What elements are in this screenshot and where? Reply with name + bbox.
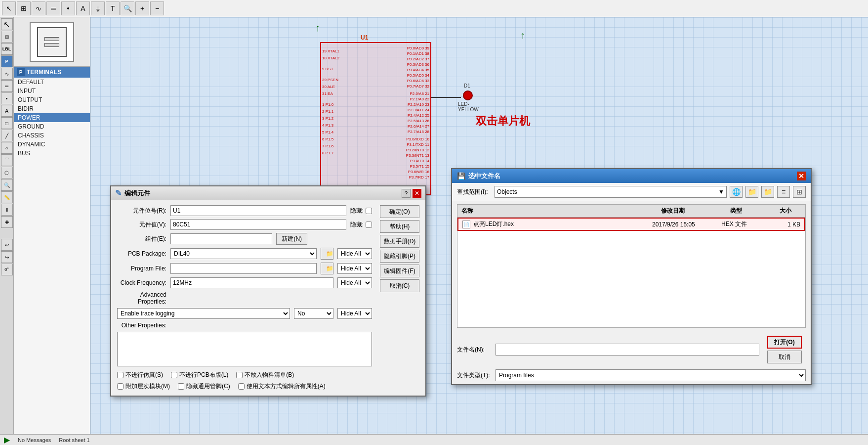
icon-bar-undo[interactable]: ↩ <box>1 239 13 251</box>
sidebar-item-dynamic[interactable]: DYNAMIC <box>14 140 90 149</box>
terminals-header: P TERMINALS <box>14 67 90 78</box>
view-details-btn[interactable]: ⊞ <box>793 186 806 198</box>
icon-bar-redo[interactable]: ↪ <box>1 251 13 263</box>
icon-bar-measure[interactable]: 📏 <box>1 191 13 203</box>
use-text-checkbox[interactable]: 使用文本方式编辑所有属性(A) <box>238 382 326 391</box>
icon-bar-bus[interactable]: ═ <box>1 80 13 92</box>
file-picker-dialog: 💾 选中文件名 ✕ 查找范围(I): Objects ▼ 🌐 📁 📁 ≡ <box>451 168 812 385</box>
sidebar-item-output[interactable]: OUTPUT <box>14 95 90 104</box>
filename-input[interactable] <box>496 344 759 356</box>
program-hide-select[interactable]: Hide All <box>337 263 372 274</box>
file-cancel-btn[interactable]: 取消 <box>767 351 802 363</box>
sidebar-item-bus[interactable]: BUS <box>14 149 90 158</box>
sidebar-item-input[interactable]: INPUT <box>14 87 90 95</box>
ref-input[interactable] <box>170 205 346 216</box>
help-btn[interactable]: 帮助(H) <box>380 220 419 233</box>
datasheet-btn[interactable]: 数据手册(D) <box>380 235 419 248</box>
icon-bar-box[interactable]: □ <box>1 117 13 129</box>
advanced-hide-select[interactable]: Hide All <box>337 308 372 319</box>
add-hierarchy-checkbox[interactable]: 附加层次模块(M) <box>117 382 170 391</box>
filetype-label: 文件类型(T): <box>457 371 492 380</box>
toolbar-component[interactable]: ⊞ <box>17 1 31 15</box>
icon-bar-zoom[interactable]: 🔍 <box>1 179 13 191</box>
file-open-btn[interactable]: 打开(O) <box>767 336 802 349</box>
icon-bar-angle[interactable]: 0° <box>1 264 13 275</box>
icon-bar-marker[interactable]: ✚ <box>1 216 13 228</box>
ref-hide-check[interactable] <box>366 208 372 214</box>
view-list-btn[interactable]: ≡ <box>777 186 790 198</box>
edit-dialog-close-btn[interactable]: ✕ <box>413 189 421 198</box>
program-input[interactable] <box>170 263 317 274</box>
edit-firmware-btn[interactable]: 编辑固件(F) <box>380 265 419 277</box>
filetype-select[interactable]: Program files <box>496 369 806 381</box>
no-pcb-checkbox[interactable]: 不进行PCB布版(L) <box>171 371 228 379</box>
location-dropdown[interactable]: Objects ▼ <box>495 186 727 198</box>
toolbar-zoom-in[interactable]: + <box>135 1 149 15</box>
ic-component-u1[interactable]: U1 19 XTAL1 18 XTAL2 9 RST 29 PSEN 30 AL… <box>320 42 431 195</box>
pcb-hide-select[interactable]: Hide All <box>337 248 372 259</box>
main-toolbar: ↖ ⊞ ∿ ═ • A ⏚ T 🔍 + − <box>0 0 868 17</box>
icon-bar-circle[interactable]: ○ <box>1 142 13 154</box>
toolbar-label[interactable]: A <box>76 1 90 15</box>
pcb-browse-btn[interactable]: 📁 <box>321 248 333 260</box>
clock-hide-select[interactable]: Hide All <box>337 277 372 288</box>
file-icon-0: 📄 <box>462 221 470 228</box>
program-row: Program File: 📁 Hide All <box>117 263 372 274</box>
new-group-btn[interactable]: 新建(N) <box>276 233 307 245</box>
icon-bar-junction[interactable]: • <box>1 92 13 104</box>
no-sim-checkbox[interactable]: 不进行仿真(S) <box>117 371 163 379</box>
sidebar-item-bidir[interactable]: BIDIR <box>14 104 90 113</box>
icon-bar-component[interactable]: ⊞ <box>1 31 13 43</box>
toolbar-bus[interactable]: ═ <box>46 1 60 15</box>
toolbar-power[interactable]: ⏚ <box>91 1 105 15</box>
no-bom-label: 不放入物料清单(B) <box>245 371 294 379</box>
sidebar-item-ground[interactable]: GROUND <box>14 122 90 131</box>
toolbar-junction[interactable]: • <box>61 1 75 15</box>
pcb-select[interactable]: DIL40 <box>170 248 317 259</box>
icon-bar-select[interactable]: ↖ <box>1 18 13 30</box>
led-component[interactable]: D1 LED-YELLOW <box>463 90 473 100</box>
hide-common-checkbox[interactable]: 隐藏通用管脚(C) <box>178 382 230 391</box>
group-input[interactable] <box>170 233 272 244</box>
confirm-btn[interactable]: 确定(O) <box>380 205 419 218</box>
icon-bar-p[interactable]: P <box>1 55 13 67</box>
sidebar-item-power[interactable]: POWER <box>14 113 90 122</box>
status-play-btn[interactable]: ▶ <box>4 435 10 445</box>
program-browse-btn[interactable]: 📁 <box>321 263 333 274</box>
icon-bar-polygon[interactable]: ⬡ <box>1 167 13 178</box>
advanced-value-select[interactable]: No <box>294 308 333 319</box>
sidebar-item-default[interactable]: DEFAULT <box>14 78 90 87</box>
no-bom-checkbox[interactable]: 不放入物料清单(B) <box>236 371 294 379</box>
sidebar-item-chassis[interactable]: CHASSIS <box>14 131 90 140</box>
advanced-select[interactable]: Enable trace logging <box>117 308 290 319</box>
col-size: 大小 <box>776 206 805 216</box>
toolbar-wire[interactable]: ∿ <box>32 1 45 15</box>
icon-bar-arc[interactable]: ⌒ <box>1 154 13 166</box>
file-item-0[interactable]: 📄 点亮LED灯.hex 2017/9/26 15:05 HEX 文件 1 KB <box>457 218 805 231</box>
icon-bar-line[interactable]: ╱ <box>1 130 13 141</box>
hide-pins-btn[interactable]: 隐藏引脚(P) <box>380 250 419 263</box>
add-hierarchy-label: 附加层次模块(M) <box>125 382 170 391</box>
value-label: 元件值(V): <box>117 221 166 229</box>
clock-input[interactable] <box>170 277 333 288</box>
canvas-area[interactable]: ↑ ↑ U1 19 XTAL1 18 XTAL2 9 RST 29 PSEN 3… <box>90 17 868 434</box>
icon-bar-wire[interactable]: ∿ <box>1 68 13 80</box>
toolbar-zoom-out[interactable]: − <box>150 1 164 15</box>
icon-bar-probe[interactable]: ⬆ <box>1 204 13 216</box>
checkboxes-area: 不进行仿真(S) 不进行PCB布版(L) 不放入物料清单(B) <box>117 371 419 379</box>
toolbar-text[interactable]: T <box>106 1 120 15</box>
edit-dialog-help-btn[interactable]: ? <box>402 189 411 198</box>
other-props-textarea[interactable] <box>117 332 372 366</box>
value-input[interactable] <box>170 219 346 230</box>
cancel-btn[interactable]: 取消(C) <box>380 279 419 292</box>
value-hide-check[interactable] <box>366 222 372 228</box>
toolbar-probe[interactable]: 🔍 <box>121 1 134 15</box>
nav-back-btn[interactable]: 🌐 <box>730 186 743 198</box>
nav-up-btn[interactable]: 📁 <box>745 186 758 198</box>
toolbar-pointer[interactable]: ↖ <box>2 1 16 15</box>
icon-bar-text[interactable]: A <box>1 105 13 117</box>
nav-new-folder-btn[interactable]: 📁 <box>761 186 774 198</box>
icon-bar-lbl[interactable]: LBL <box>1 43 13 55</box>
edit-dialog-titlebar: ✎ 编辑元件 ? ✕ <box>111 186 425 200</box>
file-dialog-close-btn[interactable]: ✕ <box>797 172 806 180</box>
